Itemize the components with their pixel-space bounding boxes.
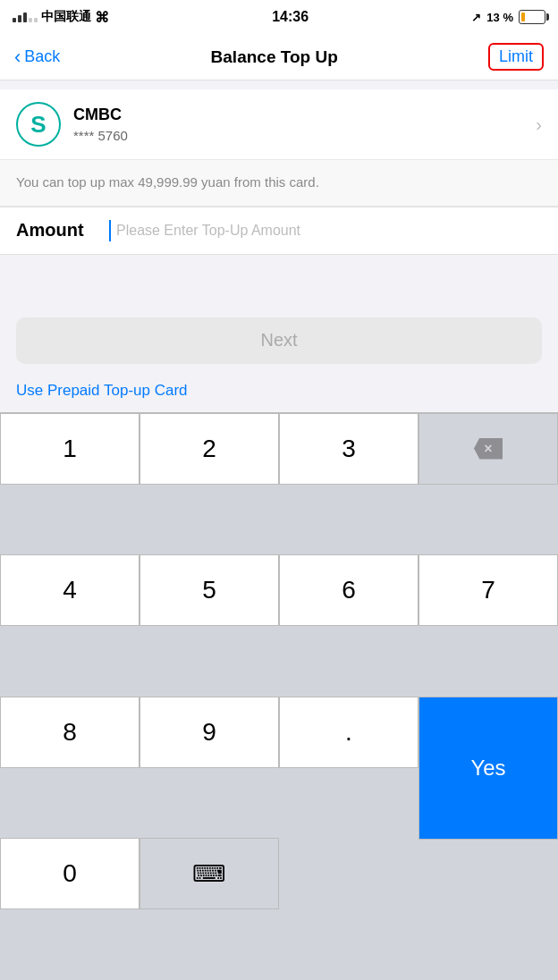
key-dot[interactable]: . [279, 697, 418, 768]
nav-bar: ‹ Back Balance Top Up Limit [0, 34, 558, 80]
signal-icon [13, 13, 38, 22]
status-time: 14:36 [272, 9, 309, 25]
key-4[interactable]: 4 [0, 554, 140, 626]
status-bar: 中国联通 ⌘ 14:36 ↗ 13 % [0, 0, 558, 34]
carrier-label: 中国联通 [41, 9, 91, 25]
delete-key[interactable] [418, 413, 558, 485]
amount-input-area[interactable]: Please Enter Top-Up Amount [109, 220, 542, 241]
key-9[interactable]: 9 [140, 697, 279, 768]
yes-button[interactable]: Yes [418, 697, 558, 840]
limit-button[interactable]: Limit [488, 43, 544, 71]
back-chevron-icon: ‹ [14, 46, 21, 69]
key-8[interactable]: 8 [0, 697, 140, 768]
amount-placeholder: Please Enter Top-Up Amount [116, 223, 300, 239]
back-label: Back [24, 47, 60, 66]
location-icon: ↗ [471, 11, 481, 24]
bank-logo: S [16, 102, 61, 147]
amount-row: Amount Please Enter Top-Up Amount [0, 207, 558, 255]
key-7[interactable]: 7 [418, 554, 558, 626]
card-chevron-icon: › [536, 114, 542, 135]
status-left: 中国联通 ⌘ [13, 9, 109, 26]
key-3[interactable]: 3 [279, 413, 418, 485]
numpad: 1 2 3 4 5 6 Yes 7 8 9 . 0 ⌨ [0, 412, 558, 981]
card-info: CMBC **** 5760 [73, 106, 128, 143]
wifi-icon: ⌘ [95, 9, 109, 26]
keyboard-icon: ⌨ [192, 860, 226, 888]
spacer [0, 255, 558, 308]
key-0[interactable]: 0 [0, 838, 140, 909]
key-2[interactable]: 2 [140, 413, 279, 485]
back-button[interactable]: ‹ Back [14, 46, 60, 69]
key-5[interactable]: 5 [140, 554, 279, 626]
backspace-icon [474, 438, 503, 460]
key-1[interactable]: 1 [0, 413, 140, 485]
bank-name: CMBC [73, 106, 128, 124]
card-section[interactable]: S CMBC **** 5760 › [0, 89, 558, 159]
prepaid-link[interactable]: Use Prepaid Top-up Card [16, 382, 188, 399]
text-cursor [109, 220, 111, 241]
next-btn-container: Next [0, 308, 558, 376]
card-number: **** 5760 [73, 128, 128, 143]
key-6[interactable]: 6 [279, 554, 418, 626]
battery-percent: 13 % [486, 11, 513, 24]
status-right: ↗ 13 % [471, 10, 545, 24]
keyboard-toggle-key[interactable]: ⌨ [140, 838, 279, 909]
info-text: You can top up max 49,999.99 yuan from t… [16, 173, 542, 193]
next-button[interactable]: Next [16, 317, 542, 364]
info-box: You can top up max 49,999.99 yuan from t… [0, 159, 558, 207]
amount-label: Amount [16, 220, 97, 241]
prepaid-link-container: Use Prepaid Top-up Card [0, 376, 558, 412]
page-title: Balance Top Up [211, 47, 338, 67]
battery-icon [519, 10, 545, 24]
card-left: S CMBC **** 5760 [16, 102, 128, 147]
